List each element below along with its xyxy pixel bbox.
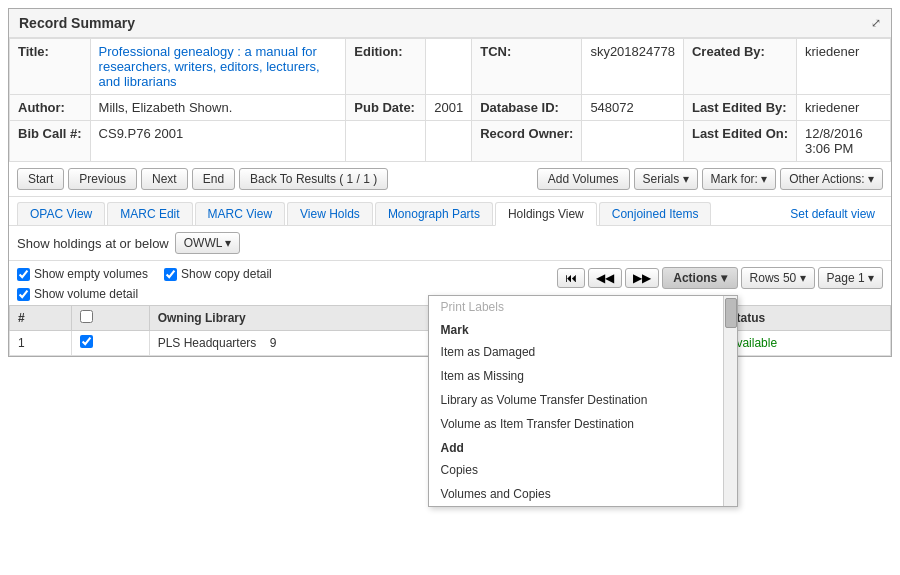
- mark-for-button[interactable]: Mark for: ▾: [702, 168, 777, 190]
- other-actions-button[interactable]: Other Actions: ▾: [780, 168, 883, 190]
- row-num: 1: [10, 331, 72, 356]
- show-volume-detail-label[interactable]: Show volume detail: [17, 287, 138, 301]
- panel-title: Record Summary: [19, 15, 135, 31]
- database-id-label: Database ID:: [472, 95, 582, 121]
- holdings-options-row: Show empty volumes Show copy detail Show…: [9, 261, 891, 305]
- copies-item[interactable]: Copies: [429, 458, 737, 482]
- item-as-damaged[interactable]: Item as Damaged: [429, 340, 737, 364]
- main-panel: Record Summary ⤢ Title: Professional gen…: [8, 8, 892, 357]
- set-default-view[interactable]: Set default view: [782, 203, 883, 225]
- tab-row: OPAC View MARC Edit MARC View View Holds…: [9, 197, 891, 226]
- add-volumes-button[interactable]: Add Volumes: [537, 168, 630, 190]
- show-empty-volumes-label[interactable]: Show empty volumes: [17, 267, 148, 281]
- show-holdings-label: Show holdings at or below: [17, 236, 169, 251]
- location-dropdown[interactable]: OWWL ▾: [175, 232, 241, 254]
- end-button[interactable]: End: [192, 168, 235, 190]
- last-edited-on-label: Last Edited On:: [683, 121, 796, 162]
- created-by-label: Created By:: [683, 39, 796, 95]
- row-checkbox-cell[interactable]: [71, 331, 149, 356]
- last-edited-by-label: Last Edited By:: [683, 95, 796, 121]
- last-edited-by-value: kriedener: [797, 95, 891, 121]
- actions-button[interactable]: Actions ▾: [662, 267, 737, 289]
- panel-header: Record Summary ⤢: [9, 9, 891, 38]
- edition-label: Edition:: [346, 39, 426, 95]
- item-as-missing[interactable]: Item as Missing: [429, 364, 737, 388]
- print-labels-item[interactable]: Print Labels: [429, 296, 737, 318]
- next-page-button[interactable]: ▶▶: [625, 268, 659, 288]
- author-label: Author:: [10, 95, 91, 121]
- show-copy-detail-label[interactable]: Show copy detail: [164, 267, 272, 281]
- expand-icon[interactable]: ⤢: [871, 16, 881, 30]
- select-all-checkbox[interactable]: [80, 310, 93, 323]
- pub-date-label: Pub Date:: [346, 95, 426, 121]
- toolbar: Start Previous Next End Back To Results …: [9, 162, 891, 197]
- bib-call-value: CS9.P76 2001: [90, 121, 346, 162]
- tab-monograph-parts[interactable]: Monograph Parts: [375, 202, 493, 225]
- show-volume-detail-checkbox[interactable]: [17, 288, 30, 301]
- record-summary-table: Title: Professional genealogy : a manual…: [9, 38, 891, 162]
- last-edited-on-value: 12/8/2016 3:06 PM: [797, 121, 891, 162]
- author-value: Mills, Elizabeth Shown.: [90, 95, 346, 121]
- record-owner-label: Record Owner:: [472, 121, 582, 162]
- tab-conjoined-items[interactable]: Conjoined Items: [599, 202, 712, 225]
- first-page-button[interactable]: ⏮: [557, 268, 585, 288]
- tcn-value: sky201824778: [582, 39, 684, 95]
- tab-opac-view[interactable]: OPAC View: [17, 202, 105, 225]
- title-label: Title:: [10, 39, 91, 95]
- start-button[interactable]: Start: [17, 168, 64, 190]
- col-check: [71, 306, 149, 331]
- actions-dropdown-menu: Print Labels Mark Item as Damaged Item a…: [428, 295, 738, 507]
- pagination-controls: ⏮ ◀◀ ▶▶ Actions ▾ Print Labels Mark Item…: [557, 267, 883, 289]
- tab-holdings-view[interactable]: Holdings View: [495, 202, 597, 226]
- show-empty-volumes-checkbox[interactable]: [17, 268, 30, 281]
- options-group: Show empty volumes Show copy detail Show…: [17, 267, 272, 301]
- edition-value: [426, 39, 472, 95]
- volume-as-item-transfer[interactable]: Volume as Item Transfer Destination: [429, 412, 737, 436]
- previous-button[interactable]: Previous: [68, 168, 137, 190]
- title-value: Professional genealogy : a manual for re…: [90, 39, 346, 95]
- tab-view-holds[interactable]: View Holds: [287, 202, 373, 225]
- created-by-value: kriedener: [797, 39, 891, 95]
- row-status: Available: [720, 331, 890, 356]
- tab-marc-edit[interactable]: MARC Edit: [107, 202, 192, 225]
- pub-date-value: 2001: [426, 95, 472, 121]
- page-dropdown[interactable]: Page 1 ▾: [818, 267, 883, 289]
- col-status: Status: [720, 306, 890, 331]
- tab-marc-view[interactable]: MARC View: [195, 202, 285, 225]
- bib-call-label: Bib Call #:: [10, 121, 91, 162]
- mark-section-label: Mark: [429, 318, 737, 340]
- library-as-volume-transfer[interactable]: Library as Volume Transfer Destination: [429, 388, 737, 412]
- col-num: #: [10, 306, 72, 331]
- holdings-filter-row: Show holdings at or below OWWL ▾: [9, 226, 891, 261]
- prev-page-button[interactable]: ◀◀: [588, 268, 622, 288]
- dropdown-scroll-thumb: [725, 298, 737, 328]
- row-checkbox[interactable]: [80, 335, 93, 348]
- dropdown-scrollbar[interactable]: [723, 296, 737, 506]
- rows-dropdown[interactable]: Rows 50 ▾: [741, 267, 815, 289]
- next-button[interactable]: Next: [141, 168, 188, 190]
- back-to-results-button[interactable]: Back To Results ( 1 / 1 ): [239, 168, 388, 190]
- serials-button[interactable]: Serials ▾: [634, 168, 698, 190]
- show-copy-detail-checkbox[interactable]: [164, 268, 177, 281]
- add-section-label: Add: [429, 436, 737, 458]
- tcn-label: TCN:: [472, 39, 582, 95]
- volumes-and-copies-item[interactable]: Volumes and Copies: [429, 482, 737, 506]
- database-id-value: 548072: [582, 95, 684, 121]
